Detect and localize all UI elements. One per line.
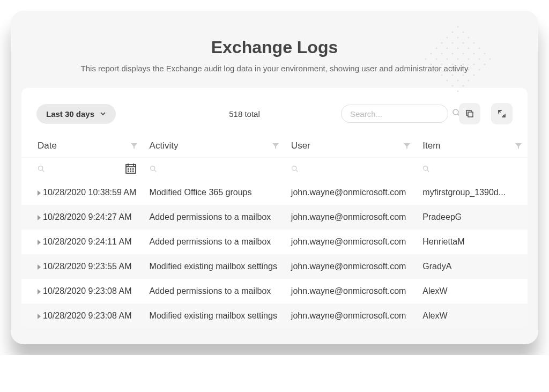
table-row[interactable]: 10/28/2020 9:23:08 AMAdded permissions t… xyxy=(21,279,528,304)
cell-date-text: 10/28/2020 10:38:59 AM xyxy=(43,188,136,197)
expand-row-icon[interactable] xyxy=(38,215,41,220)
cell-date: 10/28/2020 9:24:27 AM xyxy=(21,205,143,230)
expand-row-icon[interactable] xyxy=(38,314,41,319)
expand-row-icon[interactable] xyxy=(38,264,41,270)
chevron-down-icon xyxy=(100,110,106,117)
search-icon[interactable] xyxy=(291,165,298,174)
cell-user: john.wayne@onmicrosoft.com xyxy=(285,230,416,254)
cell-item: HenriettaM xyxy=(416,230,528,254)
cell-date: 10/28/2020 9:24:11 AM xyxy=(21,230,143,254)
cell-activity: Added permissions to a mailbox xyxy=(143,205,285,230)
expand-row-icon[interactable] xyxy=(38,190,41,196)
cell-date: 10/28/2020 9:23:55 AM xyxy=(21,254,143,279)
cell-activity: Modified existing mailbox settings xyxy=(143,254,285,279)
table-row[interactable]: 10/28/2020 9:24:27 AMAdded permissions t… xyxy=(21,205,528,230)
table-header-row: Date Activity User xyxy=(21,135,528,158)
column-label: Date xyxy=(38,140,57,151)
date-range-label: Last 30 days xyxy=(46,109,94,119)
svg-point-53 xyxy=(39,166,43,170)
svg-rect-61 xyxy=(132,168,134,170)
table-row[interactable]: 10/28/2020 9:23:55 AMModified existing m… xyxy=(21,254,528,279)
expand-icon xyxy=(497,109,507,119)
page-subtitle: This report displays the Exchange audit … xyxy=(32,64,517,73)
cell-activity: Modified existing mailbox settings xyxy=(143,304,285,328)
cell-item: GradyA xyxy=(416,254,528,279)
toolbar: Last 30 days 518 total xyxy=(21,88,528,135)
cell-date-text: 10/28/2020 9:23:08 AM xyxy=(43,286,131,295)
table-row[interactable]: 10/28/2020 10:38:59 AMModified Office 36… xyxy=(21,180,528,205)
svg-point-67 xyxy=(292,166,296,170)
svg-rect-52 xyxy=(468,112,473,117)
cell-date-text: 10/28/2020 9:23:08 AM xyxy=(43,311,131,320)
report-header: Exchange Logs This report displays the E… xyxy=(11,11,538,88)
cell-item: PradeepG xyxy=(416,205,528,230)
svg-line-66 xyxy=(154,169,155,171)
copy-icon xyxy=(465,109,474,119)
search-field[interactable] xyxy=(341,105,448,123)
cell-date-text: 10/28/2020 9:24:27 AM xyxy=(43,212,131,221)
cell-activity: Modified Office 365 groups xyxy=(143,180,285,205)
cell-user: john.wayne@onmicrosoft.com xyxy=(285,205,416,230)
search-icon[interactable] xyxy=(38,165,44,174)
column-label: Activity xyxy=(150,140,179,151)
search-input[interactable] xyxy=(350,109,452,119)
report-card: Exchange Logs This report displays the E… xyxy=(11,11,538,344)
expand-row-icon[interactable] xyxy=(38,289,41,294)
cell-activity: Added permissions to a mailbox xyxy=(143,230,285,254)
svg-rect-63 xyxy=(130,171,131,172)
date-range-dropdown[interactable]: Last 30 days xyxy=(36,104,116,124)
svg-point-65 xyxy=(150,166,154,170)
column-filter-row xyxy=(21,158,528,181)
filter-icon[interactable] xyxy=(272,142,279,152)
cell-user: john.wayne@onmicrosoft.com xyxy=(285,304,416,328)
svg-line-70 xyxy=(427,169,429,171)
cell-date: 10/28/2020 9:23:08 AM xyxy=(21,304,143,328)
search-icon[interactable] xyxy=(422,165,429,174)
svg-line-68 xyxy=(296,169,298,171)
column-label: Item xyxy=(422,140,440,151)
copy-button[interactable] xyxy=(459,103,480,124)
svg-line-54 xyxy=(42,169,44,171)
expand-button[interactable] xyxy=(491,103,513,124)
filter-icon[interactable] xyxy=(403,142,411,152)
svg-rect-62 xyxy=(128,171,129,172)
cell-date: 10/28/2020 10:38:59 AM xyxy=(21,180,143,205)
search-icon[interactable] xyxy=(150,165,157,174)
cell-item: AlexW xyxy=(416,279,528,304)
svg-rect-59 xyxy=(128,168,129,170)
cell-item: myfirstgroup_1390d... xyxy=(416,180,528,205)
filter-icon[interactable] xyxy=(130,142,138,152)
cell-user: john.wayne@onmicrosoft.com xyxy=(285,254,416,279)
cell-user: john.wayne@onmicrosoft.com xyxy=(285,279,416,304)
cell-date-text: 10/28/2020 9:23:55 AM xyxy=(43,262,131,271)
cell-user: john.wayne@onmicrosoft.com xyxy=(285,180,416,205)
svg-rect-60 xyxy=(130,168,131,170)
calendar-icon[interactable] xyxy=(125,162,137,176)
cell-date: 10/28/2020 9:23:08 AM xyxy=(21,279,143,304)
column-label: User xyxy=(291,140,310,151)
table-row[interactable]: 10/28/2020 9:23:08 AMModified existing m… xyxy=(21,304,528,328)
svg-point-69 xyxy=(424,166,428,170)
svg-rect-64 xyxy=(132,171,134,172)
column-header-activity[interactable]: Activity xyxy=(143,135,285,158)
column-header-date[interactable]: Date xyxy=(21,135,143,158)
svg-point-49 xyxy=(453,109,458,115)
column-header-item[interactable]: Item xyxy=(416,135,528,158)
page-title: Exchange Logs xyxy=(32,38,517,57)
filter-icon[interactable] xyxy=(515,142,522,152)
cell-activity: Added permissions to a mailbox xyxy=(143,279,285,304)
table-row[interactable]: 10/28/2020 9:24:11 AMAdded permissions t… xyxy=(21,230,528,254)
expand-row-icon[interactable] xyxy=(38,240,41,245)
logs-table: Date Activity User xyxy=(21,135,528,328)
cell-item: AlexW xyxy=(416,304,528,328)
column-header-user[interactable]: User xyxy=(285,135,416,158)
total-count: 518 total xyxy=(127,109,330,119)
cell-date-text: 10/28/2020 9:24:11 AM xyxy=(43,237,131,246)
report-panel: Last 30 days 518 total xyxy=(21,88,528,328)
